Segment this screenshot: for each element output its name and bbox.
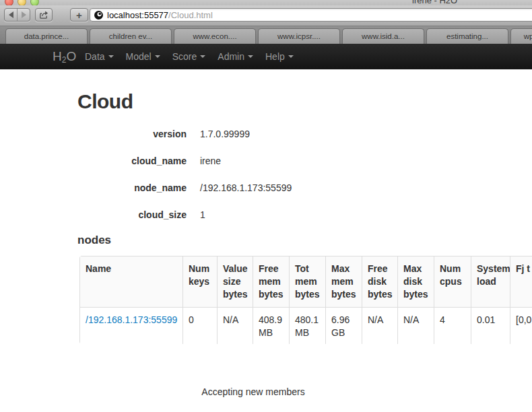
- browser-tab[interactable]: data.prince...: [5, 28, 88, 44]
- browser-tab[interactable]: www.econ....: [174, 28, 256, 44]
- field-cloud-size: cloud_size1: [79, 208, 205, 221]
- field-value: /192.168.1.173:55599: [200, 182, 292, 193]
- browser-tab[interactable]: children ev...: [90, 28, 172, 44]
- field-label: node_name: [79, 181, 187, 195]
- h2o-favicon-icon: [94, 11, 103, 20]
- page-content: Cloud version1.7.0.99999 cloud_nameirene…: [0, 69, 532, 412]
- nodes-table: Name Num keys Value size bytes Free mem …: [79, 256, 532, 344]
- cell-tot-mem: 480.1 MB: [290, 308, 326, 345]
- app-navbar: H2O Data Model Score Admin Help: [0, 44, 532, 69]
- new-tab-button[interactable]: +: [70, 8, 88, 22]
- field-label: version: [79, 127, 187, 141]
- col-free-disk: Free disk bytes: [362, 256, 398, 308]
- chevron-down-icon: [108, 55, 114, 58]
- chevron-down-icon: [288, 55, 294, 58]
- col-system-load: System load: [471, 256, 510, 308]
- col-max-disk: Max disk bytes: [398, 256, 434, 308]
- tab-bar: data.prince... children ev... www.econ..…: [0, 26, 532, 44]
- col-free-mem: Free mem bytes: [253, 256, 290, 308]
- cell-max-disk: N/A: [398, 308, 434, 345]
- browser-tab[interactable]: wps: [510, 28, 532, 44]
- window-title: irene - H2O: [412, 0, 457, 5]
- plus-icon: +: [76, 10, 82, 20]
- table-row: /192.168.1.173:55599 0 N/A 408.9 MB 480.…: [80, 308, 532, 345]
- field-label: cloud_name: [79, 154, 187, 168]
- menu-model[interactable]: Model: [121, 44, 165, 69]
- forward-icon: [22, 11, 26, 18]
- field-label: cloud_size: [79, 208, 187, 221]
- field-version: version1.7.0.99999: [79, 127, 250, 141]
- share-icon: [39, 10, 48, 20]
- address-bar[interactable]: localhost:55577/Cloud.html: [90, 8, 532, 22]
- page-title: Cloud: [77, 90, 133, 113]
- h2o-brand[interactable]: H2O: [53, 44, 76, 69]
- minimize-button[interactable]: [18, 0, 26, 5]
- chevron-down-icon: [200, 55, 205, 58]
- col-tot-mem: Tot mem bytes: [290, 256, 326, 308]
- share-button[interactable]: [35, 8, 53, 22]
- cell-free-disk: N/A: [362, 308, 398, 345]
- cell-max-mem: 6.96 GB: [326, 308, 362, 345]
- cell-num-keys: 0: [183, 308, 218, 345]
- col-fj-threads: Fj t: [510, 256, 532, 308]
- field-value: irene: [200, 156, 221, 166]
- col-name: Name: [80, 256, 183, 308]
- chevron-down-icon: [248, 55, 253, 58]
- cell-value-size: N/A: [218, 308, 253, 345]
- menu-score[interactable]: Score: [168, 44, 211, 69]
- menu-admin[interactable]: Admin: [213, 44, 258, 69]
- browser-titlebar: irene - H2O: [0, 0, 532, 5]
- browser-tab[interactable]: www.icpsr....: [258, 28, 340, 44]
- field-value: 1: [200, 209, 205, 220]
- table-header-row: Name Num keys Value size bytes Free mem …: [80, 256, 532, 308]
- field-cloud-name: cloud_nameirene: [79, 154, 221, 168]
- cell-fj-threads: [0,0: [510, 308, 532, 345]
- field-node-name: node_name/192.168.1.173:55599: [79, 181, 292, 195]
- col-max-mem: Max mem bytes: [326, 256, 362, 308]
- cloud-status-text: Accepting new members: [0, 386, 506, 397]
- back-icon: [9, 11, 13, 18]
- field-value: 1.7.0.99999: [200, 129, 250, 139]
- cell-name: /192.168.1.173:55599: [80, 308, 183, 345]
- cell-free-mem: 408.9 MB: [253, 308, 290, 345]
- browser-tab[interactable]: www.isid.a...: [342, 28, 424, 44]
- close-button[interactable]: [5, 0, 13, 5]
- forward-button[interactable]: [17, 9, 30, 21]
- col-num-cpus: Num cpus: [434, 256, 471, 308]
- nodes-heading: nodes: [77, 234, 111, 247]
- browser-toolbar: + localhost:55577/Cloud.html: [0, 5, 532, 26]
- cell-num-cpus: 4: [434, 308, 471, 345]
- browser-tab[interactable]: estimating...: [426, 28, 508, 44]
- col-value-size: Value size bytes: [218, 256, 253, 308]
- zoom-button[interactable]: [30, 0, 39, 5]
- navbar-menu: Data Model Score Admin Help: [80, 44, 301, 69]
- url-path: /Cloud.html: [168, 10, 213, 20]
- cell-system-load: 0.01: [471, 308, 510, 345]
- chevron-down-icon: [155, 55, 160, 58]
- col-num-keys: Num keys: [183, 256, 218, 308]
- menu-help[interactable]: Help: [261, 44, 298, 69]
- history-nav-cluster: [4, 8, 30, 22]
- url-host: localhost:55577: [107, 10, 168, 20]
- menu-data[interactable]: Data: [80, 44, 119, 69]
- node-link[interactable]: /192.168.1.173:55599: [86, 314, 177, 325]
- back-button[interactable]: [5, 9, 17, 21]
